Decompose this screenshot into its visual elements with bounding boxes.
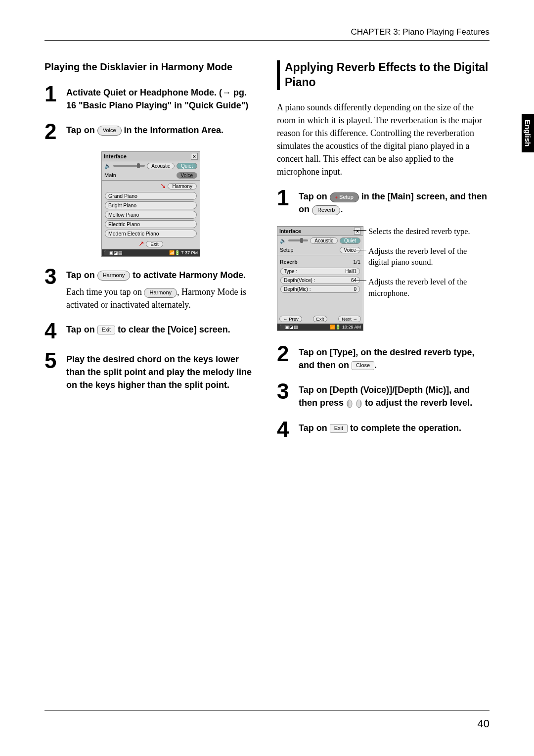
step-body: Tap on Exit to clear the [Voice] screen. (66, 321, 257, 336)
text: Tap on (66, 270, 97, 280)
device-with-callouts: Interface × 🔈 Acoustic Quiet Setup Voice (277, 226, 490, 331)
step: 2 Tap on [Type], on the desired reverb t… (277, 344, 490, 372)
step-body: Tap on Setup in the [Main] screen, and t… (299, 188, 490, 216)
reverb-pill: Reverb (312, 205, 340, 215)
main-label: Main (104, 172, 116, 178)
step-number: 3 (277, 381, 292, 401)
step-number: 3 (44, 267, 59, 286)
page-number: 40 (478, 717, 490, 730)
callouts: Selects the desired reverb type. Adjusts… (368, 226, 490, 308)
text: Tap on (299, 191, 330, 201)
step: 1 Activate Quiet or Headphone Mode. (→ p… (44, 84, 257, 112)
page: CHAPTER 3: Piano Playing Features Playin… (44, 27, 490, 715)
callout: Selects the desired reverb type. (368, 226, 490, 237)
prev-button: ← Prev (279, 316, 302, 322)
step-number: 2 (277, 344, 292, 364)
param-row: Depth(Voice) :64 (280, 277, 360, 284)
voice-pill: Voice (97, 126, 122, 136)
step: 3 Tap on [Depth (Voice)]/[Depth (Mic)], … (277, 381, 490, 410)
step: 1 Tap on Setup in the [Main] screen, and… (277, 188, 490, 216)
next-button: Next → (338, 316, 361, 322)
setup-label: Setup (280, 247, 293, 253)
device-screenshot-voice: Interface × 🔈 Acoustic Quiet Main Voice … (101, 151, 200, 257)
step-number: 1 (277, 188, 292, 208)
step-number: 4 (277, 420, 292, 439)
text: . (340, 204, 343, 214)
left-heading: Playing the Disklavier in Harmony Mode (44, 60, 257, 73)
harmony-pill: Harmony (97, 271, 131, 281)
text: to clear the [Voice] screen. (115, 325, 230, 334)
intro-paragraph: A piano sounds differently depending on … (277, 101, 490, 179)
text: . (374, 360, 377, 370)
param-key: Depth(Voice) : (284, 278, 315, 283)
step-body: Tap on [Type], on the desired reverb typ… (299, 344, 490, 372)
device-time: 10:29 AM (342, 325, 361, 330)
footer-rule (44, 710, 490, 710)
text: Tap on [Type], on the desired reverb typ… (299, 347, 474, 370)
close-chip: Close (352, 361, 374, 370)
text: Tap on (299, 423, 330, 433)
language-tab: English (522, 114, 534, 152)
arrow-icon: ↘ (160, 182, 166, 189)
chapter-header: CHAPTER 3: Piano Playing Features (44, 27, 490, 41)
step: 3 Tap on Harmony to activate Harmony Mod… (44, 267, 257, 311)
step-body: Play the desired chord on the keys lower… (66, 351, 257, 391)
footer-icons: ⬛▣◪▤ (104, 250, 123, 255)
arrow-icon: → (222, 88, 231, 97)
param-row: Depth(Mic) :0 (280, 285, 360, 293)
setup-pill: Setup (330, 192, 359, 202)
acoustic-pill: Acoustic (147, 163, 175, 169)
quiet-pill: Quiet (177, 163, 197, 169)
arrow-icon: ↗ (138, 239, 144, 247)
param-key: Type : (284, 269, 297, 274)
text: Each time you tap on (66, 287, 144, 297)
device-footer: ⬛▣◪▤ 📶🔋 7:37 PM (102, 249, 200, 256)
dial-icon (346, 397, 362, 410)
step: 4 Tap on Exit to clear the [Voice] scree… (44, 321, 257, 341)
close-icon: × (191, 153, 198, 160)
exit-chip: Exit (330, 424, 348, 433)
device-title: Interface (104, 153, 127, 159)
step-number: 1 (44, 84, 59, 104)
step-number: 2 (44, 122, 59, 142)
harmony-pill: Harmony (144, 288, 177, 298)
device-screenshot-reverb: Interface × 🔈 Acoustic Quiet Setup Voice (277, 226, 363, 331)
speaker-icon: 🔈 (104, 163, 111, 169)
right-column: Applying Reverb Effects to the Digital P… (277, 60, 490, 449)
speaker-icon: 🔈 (280, 237, 286, 244)
step: 2 Tap on Voice in the Information Area. (44, 122, 257, 142)
section-title: Applying Reverb Effects to the Digital P… (285, 60, 490, 90)
volume-slider (288, 239, 308, 241)
list-item: Modern Electric Piano (105, 230, 197, 237)
close-icon: × (354, 228, 361, 235)
quiet-pill: Quiet (340, 237, 360, 244)
voice-tab: Voice (177, 172, 197, 179)
step-number: 5 (44, 351, 59, 371)
device-title: Interface (279, 228, 301, 234)
callout: Adjusts the reverb level of the micropho… (368, 277, 490, 299)
list-item: Bright Piano (105, 201, 197, 209)
list-item: Mellow Piano (105, 211, 197, 219)
step: 4 Tap on Exit to complete the operation. (277, 420, 490, 439)
step-body: Tap on Harmony to activate Harmony Mode.… (66, 267, 257, 311)
param-row: Type :Hall1 (280, 268, 360, 275)
section-title-bar: Applying Reverb Effects to the Digital P… (277, 60, 490, 90)
text: to activate Harmony Mode. (130, 270, 246, 280)
harmony-button: Harmony (168, 183, 197, 189)
step-body: Tap on [Depth (Voice)]/[Depth (Mic)], an… (299, 381, 490, 410)
step-body: Tap on Voice in the Information Area. (66, 122, 257, 137)
page-indicator: 1/1 (353, 259, 360, 265)
step-body: Activate Quiet or Headphone Mode. (→ pg.… (66, 84, 257, 112)
footer-icons: ⬛▣◪▤ (279, 325, 298, 330)
param-value: 64 (351, 278, 356, 283)
text: to adjust the reverb level. (365, 398, 472, 408)
param-value: Hall1 (345, 269, 356, 274)
left-column: Playing the Disklavier in Harmony Mode 1… (44, 60, 257, 449)
reverb-label: Reverb (280, 259, 298, 265)
list-item: Grand Piano (105, 192, 197, 200)
exit-button: Exit (313, 316, 328, 322)
list-item: Electric Piano (105, 220, 197, 228)
acoustic-pill: Acoustic (310, 237, 338, 244)
param-key: Depth(Mic) : (284, 286, 311, 292)
text: Tap on (66, 125, 97, 135)
